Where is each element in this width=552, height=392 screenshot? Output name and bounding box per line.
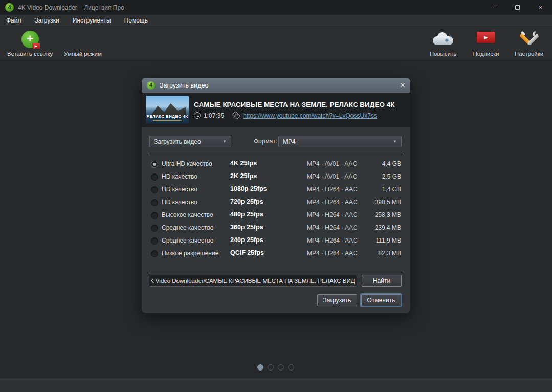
page-indicator	[257, 364, 294, 371]
video-info-panel: РЕЛАКС ВИДЕО 4К САМЫЕ КРАСИВЫЕ МЕСТА НА …	[142, 93, 410, 127]
cancel-button[interactable]: Отменить	[361, 294, 401, 306]
minimize-button[interactable]: –	[483, 0, 506, 15]
dialog-title: Загрузить видео	[160, 82, 208, 89]
download-button[interactable]: Загрузить	[317, 294, 357, 306]
radio-button[interactable]	[151, 225, 158, 232]
format-resolution: QCIF 25fps	[230, 249, 264, 256]
upgrade-button[interactable]: ✦ ✦ Повысить	[427, 27, 459, 60]
menu-file[interactable]: Файл	[6, 17, 21, 24]
format-resolution: 720p 25fps	[230, 198, 263, 205]
subscriptions-icon: ▶	[477, 29, 495, 50]
separator	[148, 271, 404, 271]
paste-link-label: Вставить ссылку	[7, 51, 53, 57]
format-quality-label: HD качество	[162, 186, 197, 193]
main-content: 4 Загрузить видео × РЕЛАКС ВИДЕО 4К САМЫ…	[0, 60, 552, 378]
format-size: 1,4 GB	[382, 186, 401, 193]
format-quality-label: HD качество	[162, 199, 197, 206]
action-select-value: Загрузить видео	[154, 138, 201, 145]
pager-dot[interactable]	[268, 364, 274, 371]
clock-icon	[194, 112, 201, 119]
app-logo-icon: 4	[5, 3, 14, 12]
format-codec: MP4 · H264 · AAC	[307, 250, 358, 257]
status-footer	[0, 378, 552, 392]
chevron-down-icon: ▼	[223, 139, 227, 144]
format-label: Формат:	[254, 138, 277, 145]
smart-mode-button[interactable]: Умный режим	[64, 27, 102, 60]
subscriptions-button[interactable]: ▶ Подписки	[470, 27, 502, 60]
dialog-close-icon[interactable]: ×	[400, 81, 405, 90]
pager-dot[interactable]	[257, 364, 263, 371]
format-row[interactable]: Среднее качество360p 25fpsMP4 · H264 · A…	[142, 222, 410, 235]
browse-button[interactable]: Найти	[362, 275, 402, 287]
upgrade-label: Повысить	[430, 51, 456, 57]
thumbnail-caption: РЕЛАКС ВИДЕО 4К	[146, 114, 189, 119]
format-codec: MP4 · H264 · AAC	[307, 237, 358, 244]
format-resolution: 240p 25fps	[230, 236, 263, 244]
radio-button[interactable]	[151, 212, 158, 219]
format-row[interactable]: HD качество2K 25fpsMP4 · AV01 · AAC2,5 G…	[142, 171, 410, 184]
format-size: 4,4 GB	[382, 160, 401, 167]
action-select[interactable]: Загрузить видео ▼	[149, 136, 231, 147]
format-quality-label: Ultra HD качество	[162, 160, 212, 167]
paste-link-button[interactable]: + ▶ Вставить ссылку	[7, 27, 53, 60]
format-row[interactable]: Ultra HD качество4K 25fpsMP4 · AV01 · AA…	[142, 158, 410, 171]
menu-tools[interactable]: Инструменты	[73, 17, 111, 24]
settings-button[interactable]: Настройки	[513, 27, 545, 60]
toolbar-left-group: + ▶ Вставить ссылку Умный режим	[7, 27, 102, 60]
separator	[148, 154, 404, 154]
maximize-button[interactable]	[506, 0, 529, 15]
maximize-icon	[515, 5, 520, 10]
format-resolution: 1080p 25fps	[230, 185, 267, 192]
format-codec: MP4 · H264 · AAC	[307, 199, 358, 206]
format-size: 111,9 MB	[376, 237, 401, 244]
radio-button[interactable]	[151, 237, 158, 245]
format-size: 2,5 GB	[382, 173, 401, 180]
menu-downloads[interactable]: Загрузки	[35, 17, 59, 24]
save-path-input[interactable]	[149, 275, 357, 287]
format-size: 390,5 MB	[375, 199, 401, 206]
video-thumbnail: РЕЛАКС ВИДЕО 4К	[146, 96, 189, 124]
dialog-titlebar[interactable]: 4 Загрузить видео ×	[142, 78, 410, 93]
format-resolution: 4K 25fps	[230, 160, 257, 167]
download-video-dialog: 4 Загрузить видео × РЕЛАКС ВИДЕО 4К САМЫ…	[142, 78, 410, 313]
radio-button[interactable]	[151, 161, 158, 168]
settings-tools-icon	[520, 29, 538, 50]
paste-link-icon: + ▶	[21, 29, 39, 50]
close-button[interactable]: ×	[529, 0, 552, 15]
radio-button[interactable]	[151, 173, 158, 181]
radio-button[interactable]	[151, 186, 158, 193]
format-codec: MP4 · AV01 · AAC	[307, 160, 357, 167]
format-quality-label: Среднее качество	[162, 224, 213, 231]
menubar: Файл Загрузки Инструменты Помощь	[0, 15, 552, 27]
settings-label: Настройки	[515, 51, 543, 57]
pager-dot[interactable]	[278, 364, 284, 371]
format-row[interactable]: HD качество1080p 25fpsMP4 · H264 · AAC1,…	[142, 184, 410, 197]
format-select-value: MP4	[283, 138, 296, 145]
radio-button[interactable]	[151, 199, 158, 206]
format-row[interactable]: Среднее качество240p 25fpsMP4 · H264 · A…	[142, 235, 410, 248]
format-quality-label: Высокое качество	[162, 211, 213, 219]
format-list: Ultra HD качество4K 25fpsMP4 · AV01 · AA…	[142, 158, 410, 260]
dialog-app-icon: 4	[147, 81, 155, 90]
link-icon	[231, 111, 241, 121]
format-codec: MP4 · H264 · AAC	[307, 224, 358, 231]
chevron-down-icon: ▼	[393, 139, 397, 144]
titlebar: 4 4K Video Downloader – Лицензия Про – ×	[0, 0, 552, 15]
app-window: 4 4K Video Downloader – Лицензия Про – ×…	[0, 0, 552, 392]
format-resolution: 360p 25fps	[230, 224, 263, 231]
format-row[interactable]: HD качество720p 25fpsMP4 · H264 · AAC390…	[142, 197, 410, 209]
window-controls: – ×	[483, 0, 552, 15]
format-resolution: 2K 25fps	[230, 172, 257, 180]
video-url-link[interactable]: https://www.youtube.com/watch?v=LvQossUx…	[243, 112, 377, 119]
format-row[interactable]: Низкое разрешениеQCIF 25fpsMP4 · H264 · …	[142, 248, 410, 260]
format-quality-label: HD качество	[162, 173, 197, 180]
format-row[interactable]: Высокое качество480p 25fpsMP4 · H264 · A…	[142, 209, 410, 222]
format-quality-label: Среднее качество	[162, 237, 213, 244]
menu-help[interactable]: Помощь	[124, 17, 148, 24]
smart-mode-icon	[76, 29, 90, 50]
format-codec: MP4 · H264 · AAC	[307, 211, 358, 219]
radio-button[interactable]	[151, 250, 158, 257]
format-select[interactable]: MP4 ▼	[278, 136, 402, 147]
format-codec: MP4 · H264 · AAC	[307, 186, 358, 193]
pager-dot[interactable]	[288, 364, 294, 371]
